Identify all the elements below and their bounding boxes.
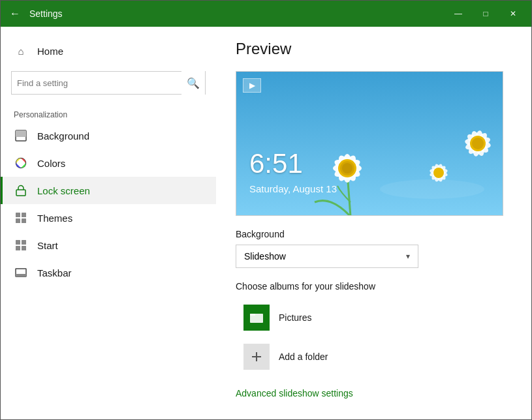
pictures-label: Pictures (279, 312, 312, 323)
sidebar-item-colors[interactable]: Colors (1, 149, 216, 177)
preview-container: ▶ 6:51 Saturday, August 13 (236, 71, 503, 216)
search-input[interactable] (12, 78, 181, 88)
window-title: Settings (29, 8, 445, 19)
svg-rect-8 (16, 240, 20, 245)
preview-background: ▶ 6:51 Saturday, August 13 (236, 72, 503, 215)
svg-rect-42 (250, 314, 255, 316)
pictures-folder-icon (243, 305, 270, 331)
svg-point-15 (380, 179, 484, 199)
title-bar: ← Settings — □ ✕ (1, 1, 531, 27)
svg-rect-10 (16, 246, 20, 250)
background-label: Background (236, 229, 512, 239)
window-controls: — □ ✕ (445, 1, 526, 27)
sidebar-item-lockscreen[interactable]: Lock screen (1, 177, 216, 204)
sidebar-item-background[interactable]: Background (1, 122, 216, 149)
preview-slideshow-icon: ▶ (243, 78, 261, 93)
section-label: Personalization (1, 105, 216, 122)
folder-svg (249, 310, 264, 325)
content-area: Preview (216, 27, 531, 419)
svg-rect-6 (16, 218, 20, 223)
back-button[interactable]: ← (6, 5, 24, 23)
chevron-down-icon: ▾ (406, 252, 410, 261)
page-title: Preview (236, 40, 512, 58)
themes-icon (14, 211, 28, 225)
sidebar-item-themes[interactable]: Themes (1, 204, 216, 232)
sidebar: ⌂ Home 🔍 Personalization Background Colo… (1, 27, 216, 419)
svg-point-33 (472, 138, 484, 149)
advanced-slideshow-link[interactable]: Advanced slideshow settings (236, 388, 353, 398)
add-folder-label: Add a folder (279, 352, 328, 362)
close-button[interactable]: ✕ (500, 1, 526, 27)
preview-time: 6:51 (249, 148, 303, 179)
colors-icon (14, 156, 28, 170)
maximize-button[interactable]: □ (473, 1, 499, 27)
preview-date: Saturday, August 13 (249, 183, 337, 194)
taskbar-icon (14, 265, 28, 280)
svg-rect-1 (16, 130, 26, 137)
plus-icon (250, 350, 263, 363)
svg-point-25 (342, 163, 352, 173)
main-area: ⌂ Home 🔍 Personalization Background Colo… (1, 27, 531, 419)
pictures-folder-item[interactable]: Pictures (236, 299, 510, 336)
start-icon (14, 238, 28, 252)
home-icon: ⌂ (14, 44, 28, 58)
settings-window: ← Settings — □ ✕ ⌂ Home 🔍 (0, 0, 532, 420)
svg-rect-7 (22, 218, 26, 223)
dropdown-value: Slideshow (244, 251, 286, 262)
svg-rect-13 (16, 274, 26, 277)
lock-icon (14, 183, 28, 198)
svg-rect-4 (16, 213, 20, 217)
background-dropdown[interactable]: Slideshow ▾ (236, 245, 418, 268)
search-box[interactable]: 🔍 (11, 71, 206, 95)
svg-point-40 (433, 168, 444, 178)
sidebar-home[interactable]: ⌂ Home (1, 37, 216, 65)
background-dropdown-container: Slideshow ▾ (236, 245, 418, 268)
sidebar-item-taskbar[interactable]: Taskbar (1, 259, 216, 286)
svg-rect-9 (22, 240, 26, 245)
svg-rect-3 (16, 190, 25, 196)
add-folder-item[interactable]: Add a folder (236, 338, 510, 375)
sidebar-item-start[interactable]: Start (1, 232, 216, 259)
svg-rect-11 (22, 246, 26, 250)
svg-rect-5 (22, 213, 26, 217)
albums-label: Choose albums for your slideshow (236, 281, 512, 292)
background-icon (14, 128, 28, 143)
add-folder-icon (243, 344, 270, 370)
search-icon[interactable]: 🔍 (181, 71, 205, 95)
minimize-button[interactable]: — (445, 1, 471, 27)
